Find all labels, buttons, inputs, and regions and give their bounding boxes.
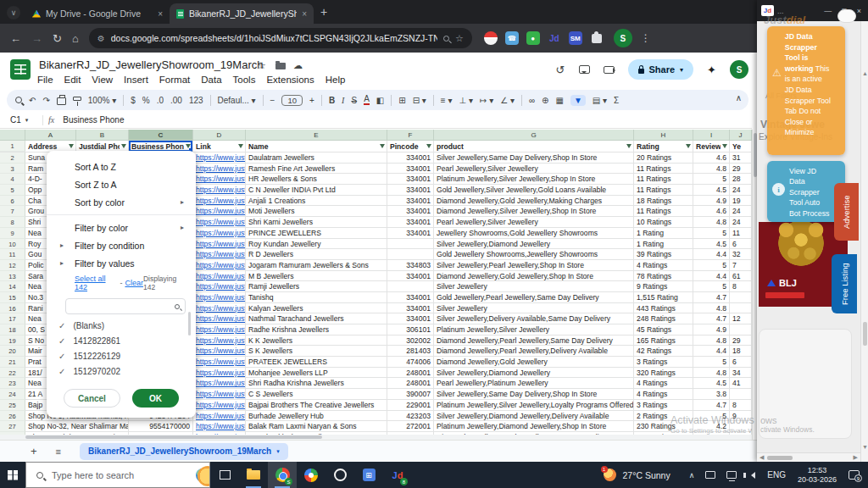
cell-rating[interactable]: 1 Rating — [634, 239, 693, 250]
extension-pokeball-icon[interactable] — [484, 31, 498, 45]
cell-rating[interactable]: 20 Ratings — [634, 152, 693, 164]
cell-product[interactable]: Platinum Jewellery,Silver Jewellery,Loya… — [434, 400, 634, 411]
add-sheet-icon[interactable]: + — [31, 445, 37, 458]
header-cell-F[interactable]: Pincode — [387, 141, 434, 152]
cell-product[interactable]: Jewellery Showrooms,Gold Jewellery Showr… — [434, 228, 634, 239]
cell-extra[interactable] — [730, 324, 752, 336]
cell-reviews[interactable]: 4.5 — [693, 378, 730, 389]
minimize-icon[interactable]: — — [824, 7, 832, 15]
filter-icon[interactable]: ▼ — [570, 95, 586, 106]
cell-link[interactable]: https://www.justd — [193, 174, 246, 185]
cell-pincode[interactable]: 334803 — [387, 260, 434, 271]
undo-icon[interactable]: ↶ — [29, 96, 36, 105]
cell-product[interactable]: Diamond Jewellery,Silver Jewellery,Shop … — [434, 206, 634, 217]
merge-cells-icon[interactable]: ⊟ ▾ — [413, 96, 426, 105]
col-letter-A[interactable]: A — [25, 130, 76, 140]
cell-reviews[interactable]: 5 — [693, 357, 730, 368]
cell-pincode[interactable]: 423203 — [387, 411, 434, 422]
cell-reviews[interactable]: 5 — [693, 174, 730, 185]
menu-item-filter-by-color[interactable]: Filter by color▸ — [47, 219, 196, 236]
redo-icon[interactable]: ↷ — [42, 96, 49, 105]
cell-reviews[interactable]: 4.6 — [693, 206, 730, 217]
cell-extra[interactable]: 8 — [730, 400, 752, 411]
cell-extra[interactable]: 8 — [730, 281, 752, 292]
extension-puzzle-icon[interactable] — [592, 34, 602, 43]
cell-rating[interactable]: 165 Ratings — [634, 336, 693, 347]
font-size-increase-icon[interactable]: + — [309, 96, 314, 105]
col-letter-H[interactable]: H — [634, 130, 693, 140]
cell-rating[interactable]: 320 Ratings — [634, 368, 693, 379]
paint-format-icon[interactable] — [73, 97, 81, 101]
cell-link[interactable]: https://www.justd — [193, 357, 246, 368]
cell-product[interactable]: Pearl Jewellery,Platinum Jewellery — [434, 378, 634, 389]
cell-extra[interactable]: 6 — [730, 239, 752, 250]
cell-product[interactable]: Diamond Jewellery,Gold Jewellery,Shop In… — [434, 271, 634, 282]
cell-reviews[interactable]: 4.9 — [693, 324, 730, 336]
horizontal-align-icon[interactable]: ≡ ▾ — [441, 96, 453, 105]
sheet-tab-dropdown-icon[interactable]: ▾ — [276, 448, 280, 455]
row-number[interactable]: 15 — [0, 292, 25, 303]
home-icon[interactable]: ⌂ — [72, 32, 79, 45]
cell-reviews[interactable]: 4.4 — [693, 249, 730, 260]
search-icon[interactable] — [15, 97, 22, 103]
row-number[interactable]: 24 — [0, 389, 25, 400]
menu-insert[interactable]: Insert — [124, 75, 148, 85]
cell-link[interactable]: https://www.justd — [193, 271, 246, 282]
share-button[interactable]: Share ▾ — [628, 59, 694, 80]
decimal-decrease-icon[interactable]: .0 — [157, 96, 164, 105]
tray-expand-icon[interactable]: ∧ — [689, 471, 695, 480]
cell-product[interactable]: Gold Jewellery,Silver Jewellery,Gold Loa… — [434, 185, 634, 196]
cancel-button[interactable]: Cancel — [64, 389, 120, 408]
functions-icon[interactable]: Σ — [614, 96, 619, 105]
cell-extra[interactable]: 29 — [730, 164, 752, 175]
row-number[interactable]: 16 — [0, 303, 25, 314]
cell-reviews[interactable]: 5 — [693, 281, 730, 292]
tablet-icon[interactable] — [705, 471, 715, 479]
cell-rating[interactable]: 3 Ratings — [634, 400, 693, 411]
extension-phone-icon[interactable]: ☎ — [505, 31, 519, 45]
cell-product[interactable]: Pearl Jewellery,Silver Jewellery — [434, 164, 634, 175]
cell-pincode[interactable]: 229001 — [387, 400, 434, 411]
cell-pincode[interactable]: 334001 — [387, 174, 434, 185]
share-dropdown-icon[interactable]: ▾ — [680, 66, 683, 74]
cell-name[interactable]: S K Jewellers — [246, 346, 387, 357]
cell-pincode[interactable]: 302002 — [387, 336, 434, 347]
filter-value-item[interactable]: ✓1512226129 — [58, 348, 196, 363]
header-cell-J[interactable]: Ye — [730, 141, 752, 152]
cell-rating[interactable]: 39 Ratings — [634, 249, 693, 260]
language-indicator[interactable]: ENG — [767, 470, 786, 480]
cell-link[interactable]: https://www.justd — [193, 249, 246, 260]
strikethrough-icon[interactable]: S — [351, 96, 357, 105]
cell-name[interactable]: Balak Ram Laxmi Naryan & Sons — [246, 421, 387, 432]
cell-reviews[interactable]: 4.2 — [693, 421, 730, 432]
cell-product[interactable]: Diamond Jewellery,Gold Jewellery,Making … — [434, 196, 634, 207]
col-letter-G[interactable]: G — [434, 130, 634, 140]
move-folder-icon[interactable] — [275, 63, 286, 69]
font-size-decrease-icon[interactable]: − — [270, 96, 275, 105]
borders-icon[interactable]: ⊞ — [398, 96, 405, 105]
filter-funnel-icon[interactable] — [722, 144, 727, 148]
jd-app-button[interactable]: Jd8 — [383, 462, 412, 488]
cell-rating[interactable]: 11 Ratings — [634, 174, 693, 185]
text-rotation-icon[interactable]: ∠ ▾ — [500, 96, 515, 105]
cell-rating[interactable]: 11 Ratings — [634, 185, 693, 196]
cell-rating[interactable]: 4 Ratings — [634, 260, 693, 271]
close-icon[interactable]: × — [857, 7, 861, 15]
browser-menu-icon[interactable]: ⋮ — [641, 32, 651, 44]
star-document-icon[interactable]: ☆ — [258, 60, 266, 71]
font-select[interactable]: Defaul... ▾ — [218, 96, 256, 105]
cell-rating[interactable]: 9 Ratings — [634, 281, 693, 292]
col-letter-B[interactable]: B — [76, 130, 129, 140]
row-number[interactable]: 7 — [0, 206, 25, 217]
cell-name[interactable]: Burhade Jewellery Hub — [246, 411, 387, 422]
cell-name[interactable]: Anjali 1 Creations — [246, 196, 387, 207]
cell-pincode[interactable]: 334001 — [387, 206, 434, 217]
filter-funnel-icon[interactable] — [380, 144, 385, 148]
cell-reviews[interactable]: 4.8 — [693, 164, 730, 175]
cell-rating[interactable]: 3 Ratings — [634, 357, 693, 368]
ok-button[interactable]: OK — [132, 389, 179, 408]
popup-scrollbar-thumb[interactable] — [863, 322, 867, 346]
filter-list-scrollbar-thumb[interactable] — [188, 312, 191, 336]
notifications-button[interactable]: 9 — [849, 470, 860, 480]
row-number[interactable]: 25 — [0, 400, 25, 411]
